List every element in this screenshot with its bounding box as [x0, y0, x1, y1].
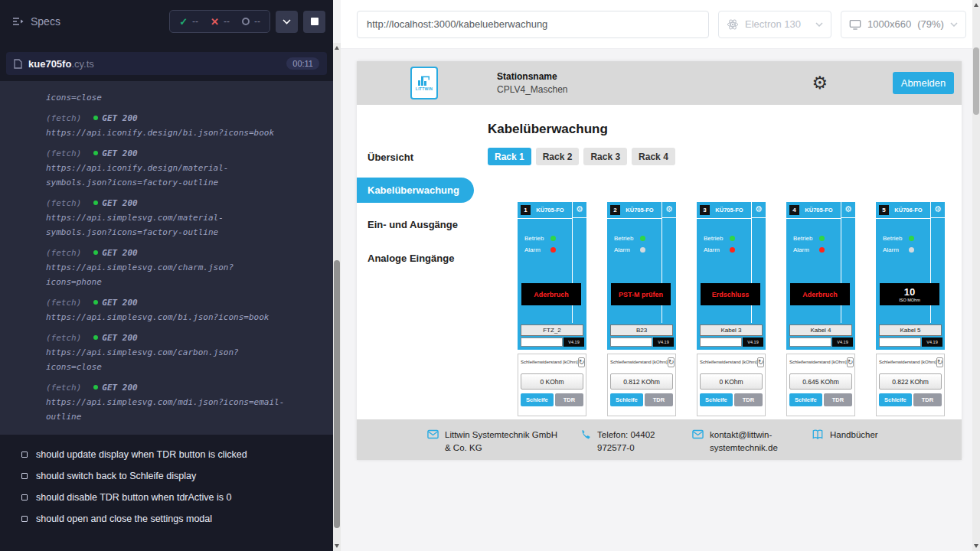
company-name: Littwin Systemtechnik GmbH & Co. KG — [445, 429, 564, 455]
schleife-button[interactable]: Schleife — [521, 393, 554, 406]
scroll-to-bottom-button[interactable] — [276, 11, 298, 33]
version-badge: V4.19 — [922, 337, 942, 347]
tab-rack-1[interactable]: Rack 1 — [488, 148, 531, 165]
gear-icon[interactable]: ⚙ — [752, 202, 766, 218]
aut-background: LITTWIN Stationsname CPLV4_Maschen ⚙ Abm… — [341, 49, 972, 551]
refresh-icon[interactable]: ↻ — [847, 357, 854, 367]
scroll-down-arrow-icon[interactable] — [974, 544, 978, 548]
cable-name: FTZ_2 — [521, 324, 583, 336]
test-item[interactable]: should open and close the settings modal — [21, 508, 327, 530]
chevron-down-icon — [815, 22, 823, 27]
log-entry[interactable]: (fetch)GET 200 https://api.simplesvg.com… — [46, 380, 319, 424]
settings-gear-icon[interactable]: ⚙ — [812, 74, 828, 92]
mail-icon — [427, 429, 439, 439]
tdr-button[interactable]: TDR — [555, 393, 583, 406]
status-dot-icon — [93, 300, 98, 305]
sidebar-item-analoge-eingaenge[interactable]: Analoge Eingänge — [357, 241, 475, 275]
stop-icon — [311, 18, 318, 25]
schleife-button[interactable]: Schleife — [700, 393, 733, 406]
indicator-box — [700, 337, 742, 347]
resistance-label: Schleifenwiderstand [kOhm] — [610, 357, 668, 365]
footer-manuals-link[interactable]: Handbücher — [812, 429, 878, 442]
tab-rack-3[interactable]: Rack 3 — [583, 148, 627, 165]
test-list: should update display when TDR button is… — [0, 444, 333, 530]
led-block: Betrieb Alarm — [704, 233, 735, 256]
led-block: Betrieb Alarm — [524, 233, 556, 256]
schleife-button[interactable]: Schleife — [789, 393, 822, 406]
spec-extension: .cy.ts — [71, 58, 93, 70]
log-entry[interactable]: (fetch)GET 200 https://api.simplesvg.com… — [46, 196, 319, 240]
rack-number: 3 — [700, 205, 710, 215]
app-main-content: Kabelüberwachung Rack 1 Rack 2 Rack 3 Ra… — [475, 105, 962, 419]
refresh-icon[interactable]: ↻ — [936, 357, 944, 367]
tdr-button[interactable]: TDR — [734, 393, 763, 406]
browser-chrome: http://localhost:3000/kabelueberwachung … — [341, 0, 972, 49]
test-item[interactable]: should disable TDR button when tdrActive… — [21, 487, 327, 508]
gear-icon[interactable]: ⚙ — [931, 202, 945, 218]
led-block: Betrieb Alarm — [614, 233, 645, 256]
logout-button[interactable]: Abmelden — [893, 72, 954, 94]
sidebar-item-ein-und-ausgaenge[interactable]: Ein- und Ausgänge — [357, 207, 475, 241]
url-input[interactable]: http://localhost:3000/kabelueberwachung — [357, 11, 709, 38]
test-bullet-icon — [21, 516, 28, 522]
alarm-label: Alarm — [524, 246, 550, 253]
test-bullet-icon — [21, 494, 28, 500]
page-scrollbar-thumb[interactable] — [973, 47, 979, 115]
version-badge: V4.19 — [564, 337, 584, 347]
rack-model: KÜ706-FO — [889, 207, 928, 214]
page-scrollbar — [972, 0, 980, 551]
stat-pending: -- — [242, 16, 260, 27]
browser-select[interactable]: Electron 130 — [718, 11, 831, 38]
gear-icon[interactable]: ⚙ — [841, 202, 855, 218]
status-display: PST-M prüfen — [611, 283, 671, 305]
test-bullet-icon — [21, 452, 28, 458]
tab-rack-2[interactable]: Rack 2 — [536, 148, 580, 165]
test-title: should disable TDR button when tdrActive… — [36, 492, 231, 503]
tdr-button[interactable]: TDR — [824, 393, 852, 406]
tab-rack-4[interactable]: Rack 4 — [632, 148, 675, 165]
scroll-down-arrow-icon[interactable] — [335, 544, 339, 548]
resistance-label: Schleifenwiderstand [kOhm] — [879, 357, 936, 365]
rack-tabs: Rack 1 Rack 2 Rack 3 Rack 4 — [488, 148, 962, 165]
rack-model: KÜ705-FO — [799, 207, 838, 214]
resistance-label: Schleifenwiderstand [kOhm] — [700, 357, 757, 365]
log-entry[interactable]: (fetch)GET 200 https://api.simplesvg.com… — [46, 246, 319, 289]
refresh-icon[interactable]: ↻ — [668, 357, 675, 367]
alarm-led — [550, 247, 556, 253]
specs-toggle[interactable]: Specs — [12, 15, 60, 28]
betrieb-led — [640, 236, 645, 241]
log-entry[interactable]: (fetch)GET 200 https://api.iconify.desig… — [46, 146, 319, 190]
refresh-icon[interactable]: ↻ — [757, 357, 765, 367]
rack-card-3: 3KÜ705-FO ⚙ Betrieb Alarm Erdschluss Kab… — [697, 202, 766, 416]
test-item[interactable]: should switch back to Schleife display — [21, 465, 327, 487]
alarm-led — [730, 247, 735, 253]
betrieb-led — [909, 236, 914, 241]
reporter-scrollbar — [333, 43, 341, 551]
indicator-box — [789, 337, 831, 347]
sidebar-item-uebersicht[interactable]: Übersicht — [357, 140, 475, 174]
viewport-select[interactable]: 1000x660 (79%) — [841, 11, 966, 38]
spec-file-row[interactable]: kue705fo .cy.ts 00:11 — [6, 52, 327, 75]
scroll-up-arrow-icon[interactable] — [974, 3, 978, 7]
stop-run-button[interactable] — [303, 11, 325, 33]
tdr-button[interactable]: TDR — [913, 393, 942, 406]
gear-icon[interactable]: ⚙ — [573, 202, 586, 218]
status-dot-icon — [93, 201, 98, 205]
gear-icon[interactable]: ⚙ — [662, 202, 676, 218]
sidebar-item-kabelueberwachung[interactable]: Kabelüberwachung — [357, 178, 474, 203]
footer-phone[interactable]: Telefon: 04402 972577-0 — [580, 429, 675, 455]
indicator-box — [879, 337, 921, 347]
log-entry[interactable]: (fetch)GET 200 https://api.iconify.desig… — [46, 111, 319, 140]
cable-name: Kabel 3 — [700, 324, 763, 336]
footer-email[interactable]: kontakt@littwin-systemtechnik.de — [692, 429, 770, 455]
log-entry[interactable]: (fetch)GET 200 https://api.simplesvg.com… — [46, 331, 319, 374]
status-dot-icon — [93, 335, 98, 340]
scroll-up-arrow-icon[interactable] — [335, 46, 339, 50]
schleife-button[interactable]: Schleife — [610, 393, 643, 406]
log-entry[interactable]: (fetch)GET 200 https://api.simplesvg.com… — [46, 295, 319, 324]
schleife-button[interactable]: Schleife — [879, 393, 912, 406]
refresh-icon[interactable]: ↻ — [578, 357, 586, 367]
test-item[interactable]: should update display when TDR button is… — [21, 444, 327, 465]
reporter-scrollbar-thumb[interactable] — [334, 260, 340, 528]
tdr-button[interactable]: TDR — [645, 393, 673, 406]
